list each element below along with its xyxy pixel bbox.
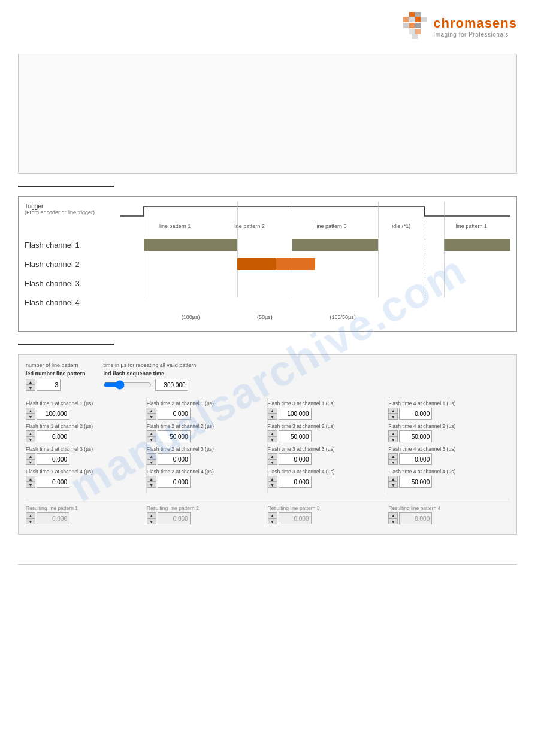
line-pattern-label: number of line pattern — [26, 362, 86, 368]
input-4-1[interactable] — [399, 408, 432, 420]
input-2-2[interactable] — [158, 430, 191, 442]
footer-line — [18, 564, 517, 565]
channel-1-bar-3 — [444, 239, 510, 251]
spinner-4-2[interactable]: ▲ ▼ — [388, 430, 398, 442]
input-1-2[interactable] — [37, 430, 69, 442]
channel-1-label: Flash channel 1 — [25, 241, 120, 250]
channel-2-bars — [120, 257, 510, 271]
input-4-4[interactable] — [399, 476, 432, 488]
resulting-input-1[interactable] — [37, 512, 69, 524]
flash-field-1-1: Flash time 1 at channel 1 (µs) ▲ ▼ — [26, 400, 141, 420]
flash-field-3-4-label: Flash time 3 at channel 4 (µs) — [268, 469, 383, 475]
resulting-spinner-1[interactable]: ▲ ▼ — [26, 512, 35, 524]
flash-field-2-1-label: Flash time 2 at channel 1 (µs) — [147, 400, 262, 406]
svg-rect-6 — [403, 23, 409, 28]
input-1-1[interactable] — [37, 408, 69, 420]
channel-row-2: Flash channel 2 — [25, 257, 510, 271]
time-labels-area: (100µs) (50µs) (100/50µs) — [120, 314, 510, 325]
resulting-col-3: Resulting line pattern 3 ▲ ▼ — [268, 503, 389, 527]
spinner-1-1[interactable]: ▲ ▼ — [26, 408, 35, 420]
channel-row-4: Flash channel 4 — [25, 295, 510, 309]
flash-grid: Flash time 1 at channel 1 (µs) ▲ ▼ Flash… — [26, 398, 509, 494]
spinner-3-4[interactable]: ▲ ▼ — [268, 476, 277, 488]
trigger-svg — [120, 203, 510, 220]
line-pattern-group: number of line pattern led number line p… — [26, 362, 86, 391]
resulting-spinner-2[interactable]: ▲ ▼ — [147, 512, 156, 524]
spinner-4-4[interactable]: ▲ ▼ — [388, 476, 398, 488]
flash-field-4-2: Flash time 4 at channel 2 (µs) ▲ ▼ — [388, 423, 504, 442]
svg-rect-5 — [421, 17, 427, 22]
resulting-col-2: Resulting line pattern 2 ▲ ▼ — [147, 503, 268, 527]
channel-3-bars — [120, 276, 510, 290]
flash-field-2-2-label: Flash time 2 at channel 2 (µs) — [147, 423, 262, 429]
input-2-3[interactable] — [158, 453, 191, 465]
channel-row-3: Flash channel 3 — [25, 276, 510, 290]
spinner-1-3[interactable]: ▲ ▼ — [26, 453, 35, 465]
input-4-2[interactable] — [399, 430, 432, 442]
time-label-3: (100/50µs) — [330, 314, 355, 320]
channel-2-bar-2 — [276, 258, 315, 270]
sequence-time-slider[interactable] — [104, 381, 152, 389]
trigger-label: Trigger (From encoder or line trigger) — [25, 203, 120, 215]
flash-field-4-3-label: Flash time 4 at channel 3 (µs) — [388, 446, 504, 452]
pattern-labels-area: line pattern 1 line pattern 2 line patte… — [120, 223, 510, 233]
flash-col-4: Flash time 4 at channel 1 (µs) ▲ ▼ Flash… — [388, 398, 509, 494]
svg-rect-10 — [415, 29, 421, 34]
logo-brand-prefix: chroma — [433, 16, 484, 31]
flash-field-4-3: Flash time 4 at channel 3 (µs) ▲ ▼ — [388, 446, 504, 465]
spinner-2-3[interactable]: ▲ ▼ — [147, 453, 156, 465]
input-2-4[interactable] — [158, 476, 191, 488]
input-1-4[interactable] — [37, 476, 69, 488]
input-3-3[interactable] — [279, 453, 312, 465]
resulting-spinner-3[interactable]: ▲ ▼ — [268, 512, 277, 524]
spinner-4-1[interactable]: ▲ ▼ — [388, 408, 398, 420]
flash-field-1-2-label: Flash time 1 at channel 2 (µs) — [26, 423, 141, 429]
channel-1-bar-1 — [144, 239, 237, 251]
input-2-1[interactable] — [158, 408, 191, 420]
diagram-box — [18, 54, 517, 174]
input-4-3[interactable] — [399, 453, 432, 465]
line-pattern-sublabel: led number line pattern — [26, 371, 86, 377]
flash-col-2: Flash time 2 at channel 1 (µs) ▲ ▼ Flash… — [147, 398, 268, 494]
resulting-input-3[interactable] — [279, 512, 312, 524]
spinner-3-1[interactable]: ▲ ▼ — [268, 408, 277, 420]
flash-field-4-4: Flash time 4 at channel 4 (µs) ▲ ▼ — [388, 469, 504, 488]
header: chromasens Imaging for Professionals — [0, 0, 535, 48]
timing-diagram: Trigger (From encoder or line trigger) l… — [18, 196, 517, 332]
resulting-input-4[interactable] — [399, 512, 432, 524]
spinner-4-3[interactable]: ▲ ▼ — [388, 453, 398, 465]
down-1-1[interactable]: ▼ — [26, 414, 35, 420]
up-1-1[interactable]: ▲ — [26, 408, 35, 414]
svg-rect-9 — [409, 29, 415, 34]
line-pattern-input[interactable] — [37, 379, 61, 391]
spinner-3-3[interactable]: ▲ ▼ — [268, 453, 277, 465]
svg-rect-11 — [412, 34, 418, 39]
resulting-spinner-4[interactable]: ▲ ▼ — [388, 512, 398, 524]
line-pattern-down-btn[interactable]: ▼ — [26, 385, 35, 391]
input-1-3[interactable] — [37, 453, 69, 465]
spinner-3-2[interactable]: ▲ ▼ — [268, 430, 277, 442]
resulting-col-1: Resulting line pattern 1 ▲ ▼ — [26, 503, 147, 527]
sequence-time-input[interactable] — [155, 379, 188, 391]
main-content: Trigger (From encoder or line trigger) l… — [0, 48, 535, 552]
channel-1-bar-2 — [292, 239, 377, 251]
spinner-1-2[interactable]: ▲ ▼ — [26, 430, 35, 442]
spinner-2-2[interactable]: ▲ ▼ — [147, 430, 156, 442]
flash-field-2-4: Flash time 2 at channel 4 (µs) ▲ ▼ — [147, 469, 262, 488]
line-pattern-spinner[interactable]: ▲ ▼ — [26, 379, 35, 391]
input-3-4[interactable] — [279, 476, 312, 488]
svg-rect-8 — [415, 23, 421, 28]
flash-field-1-1-label: Flash time 1 at channel 1 (µs) — [26, 400, 141, 406]
flash-field-2-3: Flash time 2 at channel 3 (µs) ▲ ▼ — [147, 446, 262, 465]
pattern-label-5: line pattern 1 — [456, 223, 487, 229]
input-3-1[interactable] — [279, 408, 312, 420]
controls-top-row: number of line pattern led number line p… — [26, 362, 509, 391]
logo-brand: chromasens — [433, 16, 517, 31]
line-pattern-up-btn[interactable]: ▲ — [26, 379, 35, 385]
spinner-1-4[interactable]: ▲ ▼ — [26, 476, 35, 488]
trigger-signal-area — [120, 203, 510, 221]
spinner-2-1[interactable]: ▲ ▼ — [147, 408, 156, 420]
input-3-2[interactable] — [279, 430, 312, 442]
spinner-2-4[interactable]: ▲ ▼ — [147, 476, 156, 488]
resulting-input-2[interactable] — [158, 512, 191, 524]
